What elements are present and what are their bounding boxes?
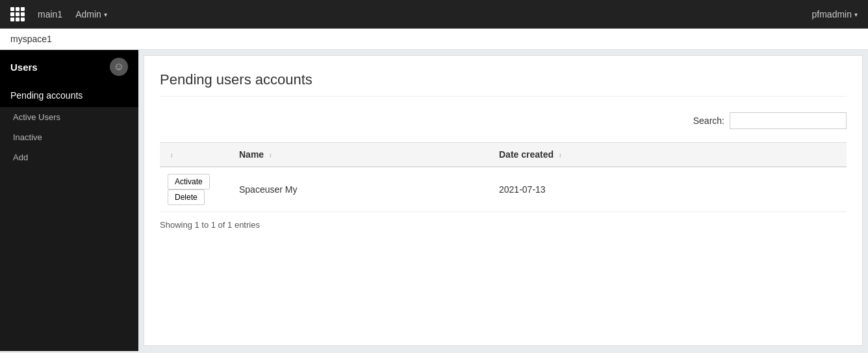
user-dropdown-arrow: ▾ xyxy=(854,11,858,18)
col-name-label: Name xyxy=(239,149,264,160)
sidebar: Users ☺ Pending accounts Active Users In… xyxy=(0,50,138,351)
grid-icon[interactable] xyxy=(10,7,25,21)
main-layout: Users ☺ Pending accounts Active Users In… xyxy=(0,50,868,351)
search-bar: Search: xyxy=(160,107,847,134)
col-header-date[interactable]: Date created ↕ xyxy=(491,143,847,167)
user-name: Spaceuser My xyxy=(239,184,297,195)
user-icon: ☺ xyxy=(110,58,128,76)
sidebar-item-inactive[interactable]: Inactive xyxy=(0,127,138,147)
nav-user[interactable]: pfmadmin ▾ xyxy=(812,9,858,19)
col-header-name[interactable]: Name ↕ xyxy=(231,143,491,167)
table-row: Activate Delete Spaceuser My 2021-07-13 xyxy=(160,167,847,212)
table-header-row: ↕ Name ↕ Date created ↕ xyxy=(160,143,847,167)
table-cell-actions: Activate Delete xyxy=(160,167,231,212)
table-cell-name: Spaceuser My xyxy=(231,167,491,212)
sidebar-title: Users xyxy=(10,62,38,73)
page-title: Pending users accounts xyxy=(160,71,847,97)
navbar-left: main1 Admin ▾ xyxy=(10,7,107,21)
sidebar-item-pending-accounts[interactable]: Pending accounts xyxy=(0,84,138,107)
sidebar-item-label: Add xyxy=(13,152,28,162)
sidebar-item-add[interactable]: Add xyxy=(0,147,138,167)
admin-label: Admin xyxy=(75,9,101,19)
table-cell-date: 2021-07-13 xyxy=(491,167,847,212)
search-label: Search: xyxy=(693,116,724,126)
col-header-actions: ↕ xyxy=(160,143,231,167)
activate-button[interactable]: Activate xyxy=(168,174,210,189)
sidebar-item-label: Inactive xyxy=(13,132,42,142)
entries-info: Showing 1 to 1 of 1 entries xyxy=(160,220,847,230)
nav-admin[interactable]: Admin ▾ xyxy=(75,9,107,19)
sidebar-header: Users ☺ xyxy=(0,50,138,84)
sidebar-item-label: Active Users xyxy=(13,112,60,122)
delete-button[interactable]: Delete xyxy=(168,189,205,205)
sidebar-item-label: Pending accounts xyxy=(10,90,83,101)
breadcrumb-text: myspace1 xyxy=(10,34,52,44)
content-area: Pending users accounts Search: ↕ Name ↕ … xyxy=(144,55,863,346)
data-table: ↕ Name ↕ Date created ↕ Activate xyxy=(160,142,847,212)
sidebar-item-active-users[interactable]: Active Users xyxy=(0,107,138,127)
col-date-label: Date created xyxy=(499,149,554,160)
date-created: 2021-07-13 xyxy=(499,184,546,195)
user-label: pfmadmin xyxy=(812,9,852,19)
navbar: main1 Admin ▾ pfmadmin ▾ xyxy=(0,0,868,29)
search-input[interactable] xyxy=(730,112,847,129)
sort-icon-date: ↕ xyxy=(559,152,562,158)
nav-appname[interactable]: main1 xyxy=(38,9,62,19)
breadcrumb: myspace1 xyxy=(0,29,868,50)
navbar-right: pfmadmin ▾ xyxy=(812,9,858,19)
sort-icon-name: ↕ xyxy=(269,152,272,158)
admin-dropdown-arrow: ▾ xyxy=(104,11,107,18)
sort-icon-actions: ↕ xyxy=(170,152,173,158)
